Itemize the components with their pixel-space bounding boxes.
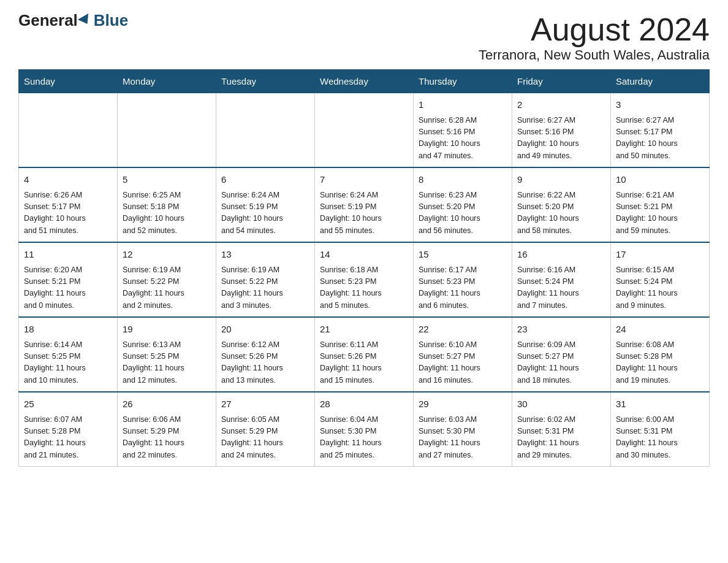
calendar-header-wednesday: Wednesday bbox=[315, 70, 414, 93]
day-info: Sunrise: 6:13 AMSunset: 5:25 PMDaylight:… bbox=[123, 339, 211, 387]
logo-general-text: General bbox=[18, 12, 78, 28]
title-section: August 2024 Terranora, New South Wales, … bbox=[479, 12, 710, 63]
day-info: Sunrise: 6:20 AMSunset: 5:21 PMDaylight:… bbox=[24, 264, 112, 312]
calendar-week-row: 25Sunrise: 6:07 AMSunset: 5:28 PMDayligh… bbox=[19, 392, 710, 467]
calendar-cell: 1Sunrise: 6:28 AMSunset: 5:16 PMDaylight… bbox=[414, 93, 512, 168]
day-number: 16 bbox=[517, 248, 605, 262]
day-number: 22 bbox=[419, 323, 507, 337]
day-info: Sunrise: 6:09 AMSunset: 5:27 PMDaylight:… bbox=[517, 339, 605, 387]
calendar-cell bbox=[19, 93, 118, 168]
calendar-cell: 14Sunrise: 6:18 AMSunset: 5:23 PMDayligh… bbox=[315, 242, 414, 317]
day-number: 11 bbox=[24, 248, 112, 262]
calendar-body: 1Sunrise: 6:28 AMSunset: 5:16 PMDaylight… bbox=[19, 93, 710, 467]
day-number: 8 bbox=[419, 173, 507, 187]
day-info: Sunrise: 6:18 AMSunset: 5:23 PMDaylight:… bbox=[320, 264, 408, 312]
day-info: Sunrise: 6:26 AMSunset: 5:17 PMDaylight:… bbox=[24, 190, 112, 237]
page-title: August 2024 bbox=[479, 12, 710, 47]
calendar-cell bbox=[315, 93, 414, 168]
calendar-cell: 5Sunrise: 6:25 AMSunset: 5:18 PMDaylight… bbox=[118, 167, 216, 242]
day-number: 29 bbox=[419, 397, 507, 412]
day-info: Sunrise: 6:23 AMSunset: 5:20 PMDaylight:… bbox=[419, 190, 507, 237]
calendar-cell: 31Sunrise: 6:00 AMSunset: 5:31 PMDayligh… bbox=[611, 392, 710, 467]
calendar-week-row: 4Sunrise: 6:26 AMSunset: 5:17 PMDaylight… bbox=[19, 167, 710, 242]
logo-arrow-icon bbox=[78, 13, 93, 27]
calendar-table: SundayMondayTuesdayWednesdayThursdayFrid… bbox=[18, 69, 710, 467]
day-number: 13 bbox=[221, 248, 309, 262]
day-number: 30 bbox=[517, 397, 605, 412]
page-header: General Blue August 2024 Terranora, New … bbox=[18, 12, 710, 63]
calendar-cell: 24Sunrise: 6:08 AMSunset: 5:28 PMDayligh… bbox=[611, 317, 710, 392]
day-number: 17 bbox=[616, 248, 704, 262]
calendar-week-row: 1Sunrise: 6:28 AMSunset: 5:16 PMDaylight… bbox=[19, 93, 710, 168]
day-info: Sunrise: 6:21 AMSunset: 5:21 PMDaylight:… bbox=[616, 190, 704, 237]
day-number: 18 bbox=[24, 323, 112, 337]
calendar-cell: 10Sunrise: 6:21 AMSunset: 5:21 PMDayligh… bbox=[611, 167, 710, 242]
calendar-week-row: 18Sunrise: 6:14 AMSunset: 5:25 PMDayligh… bbox=[19, 317, 710, 392]
calendar-cell: 25Sunrise: 6:07 AMSunset: 5:28 PMDayligh… bbox=[19, 392, 118, 467]
calendar-cell: 28Sunrise: 6:04 AMSunset: 5:30 PMDayligh… bbox=[315, 392, 414, 467]
calendar-header-tuesday: Tuesday bbox=[216, 70, 315, 93]
day-info: Sunrise: 6:00 AMSunset: 5:31 PMDaylight:… bbox=[616, 414, 704, 462]
day-number: 3 bbox=[616, 98, 704, 112]
day-number: 21 bbox=[320, 323, 408, 337]
day-info: Sunrise: 6:04 AMSunset: 5:30 PMDaylight:… bbox=[320, 414, 408, 462]
day-info: Sunrise: 6:10 AMSunset: 5:27 PMDaylight:… bbox=[419, 339, 507, 387]
calendar-cell: 9Sunrise: 6:22 AMSunset: 5:20 PMDaylight… bbox=[512, 167, 611, 242]
calendar-cell: 3Sunrise: 6:27 AMSunset: 5:17 PMDaylight… bbox=[611, 93, 710, 168]
day-info: Sunrise: 6:25 AMSunset: 5:18 PMDaylight:… bbox=[123, 190, 211, 237]
calendar-cell: 22Sunrise: 6:10 AMSunset: 5:27 PMDayligh… bbox=[414, 317, 512, 392]
calendar-cell: 17Sunrise: 6:15 AMSunset: 5:24 PMDayligh… bbox=[611, 242, 710, 317]
day-info: Sunrise: 6:19 AMSunset: 5:22 PMDaylight:… bbox=[123, 264, 211, 312]
calendar-cell: 29Sunrise: 6:03 AMSunset: 5:30 PMDayligh… bbox=[414, 392, 512, 467]
day-number: 28 bbox=[320, 397, 408, 412]
day-number: 15 bbox=[419, 248, 507, 262]
day-number: 2 bbox=[517, 98, 605, 112]
day-number: 24 bbox=[616, 323, 704, 337]
day-number: 19 bbox=[123, 323, 211, 337]
day-info: Sunrise: 6:15 AMSunset: 5:24 PMDaylight:… bbox=[616, 264, 704, 312]
logo-blue-text: Blue bbox=[94, 12, 128, 28]
calendar-cell: 6Sunrise: 6:24 AMSunset: 5:19 PMDaylight… bbox=[216, 167, 315, 242]
logo: General Blue bbox=[18, 12, 128, 28]
day-info: Sunrise: 6:03 AMSunset: 5:30 PMDaylight:… bbox=[419, 414, 507, 462]
calendar-cell: 7Sunrise: 6:24 AMSunset: 5:19 PMDaylight… bbox=[315, 167, 414, 242]
calendar-cell: 11Sunrise: 6:20 AMSunset: 5:21 PMDayligh… bbox=[19, 242, 118, 317]
day-number: 20 bbox=[221, 323, 309, 337]
calendar-cell: 15Sunrise: 6:17 AMSunset: 5:23 PMDayligh… bbox=[414, 242, 512, 317]
day-number: 1 bbox=[419, 98, 507, 112]
day-info: Sunrise: 6:12 AMSunset: 5:26 PMDaylight:… bbox=[221, 339, 309, 387]
calendar-header-monday: Monday bbox=[118, 70, 216, 93]
day-number: 26 bbox=[123, 397, 211, 412]
calendar-cell: 13Sunrise: 6:19 AMSunset: 5:22 PMDayligh… bbox=[216, 242, 315, 317]
calendar-header-friday: Friday bbox=[512, 70, 611, 93]
calendar-cell: 8Sunrise: 6:23 AMSunset: 5:20 PMDaylight… bbox=[414, 167, 512, 242]
day-info: Sunrise: 6:27 AMSunset: 5:16 PMDaylight:… bbox=[517, 115, 605, 163]
day-number: 6 bbox=[221, 173, 309, 187]
day-number: 27 bbox=[221, 397, 309, 412]
location-title: Terranora, New South Wales, Australia bbox=[479, 47, 710, 63]
calendar-week-row: 11Sunrise: 6:20 AMSunset: 5:21 PMDayligh… bbox=[19, 242, 710, 317]
day-info: Sunrise: 6:06 AMSunset: 5:29 PMDaylight:… bbox=[123, 414, 211, 462]
calendar-cell: 12Sunrise: 6:19 AMSunset: 5:22 PMDayligh… bbox=[118, 242, 216, 317]
calendar-cell bbox=[216, 93, 315, 168]
day-info: Sunrise: 6:07 AMSunset: 5:28 PMDaylight:… bbox=[24, 414, 112, 462]
calendar-cell: 18Sunrise: 6:14 AMSunset: 5:25 PMDayligh… bbox=[19, 317, 118, 392]
day-number: 4 bbox=[24, 173, 112, 187]
calendar-header-thursday: Thursday bbox=[414, 70, 512, 93]
day-info: Sunrise: 6:08 AMSunset: 5:28 PMDaylight:… bbox=[616, 339, 704, 387]
day-info: Sunrise: 6:24 AMSunset: 5:19 PMDaylight:… bbox=[221, 190, 309, 237]
day-info: Sunrise: 6:24 AMSunset: 5:19 PMDaylight:… bbox=[320, 190, 408, 237]
day-info: Sunrise: 6:28 AMSunset: 5:16 PMDaylight:… bbox=[419, 115, 507, 163]
calendar-header-saturday: Saturday bbox=[611, 70, 710, 93]
day-info: Sunrise: 6:22 AMSunset: 5:20 PMDaylight:… bbox=[517, 190, 605, 237]
calendar-header-row: SundayMondayTuesdayWednesdayThursdayFrid… bbox=[19, 70, 710, 93]
calendar-cell: 19Sunrise: 6:13 AMSunset: 5:25 PMDayligh… bbox=[118, 317, 216, 392]
day-info: Sunrise: 6:17 AMSunset: 5:23 PMDaylight:… bbox=[419, 264, 507, 312]
calendar-cell: 27Sunrise: 6:05 AMSunset: 5:29 PMDayligh… bbox=[216, 392, 315, 467]
calendar-cell: 16Sunrise: 6:16 AMSunset: 5:24 PMDayligh… bbox=[512, 242, 611, 317]
calendar-cell: 2Sunrise: 6:27 AMSunset: 5:16 PMDaylight… bbox=[512, 93, 611, 168]
day-info: Sunrise: 6:19 AMSunset: 5:22 PMDaylight:… bbox=[221, 264, 309, 312]
day-info: Sunrise: 6:02 AMSunset: 5:31 PMDaylight:… bbox=[517, 414, 605, 462]
day-number: 23 bbox=[517, 323, 605, 337]
calendar-header-sunday: Sunday bbox=[19, 70, 118, 93]
